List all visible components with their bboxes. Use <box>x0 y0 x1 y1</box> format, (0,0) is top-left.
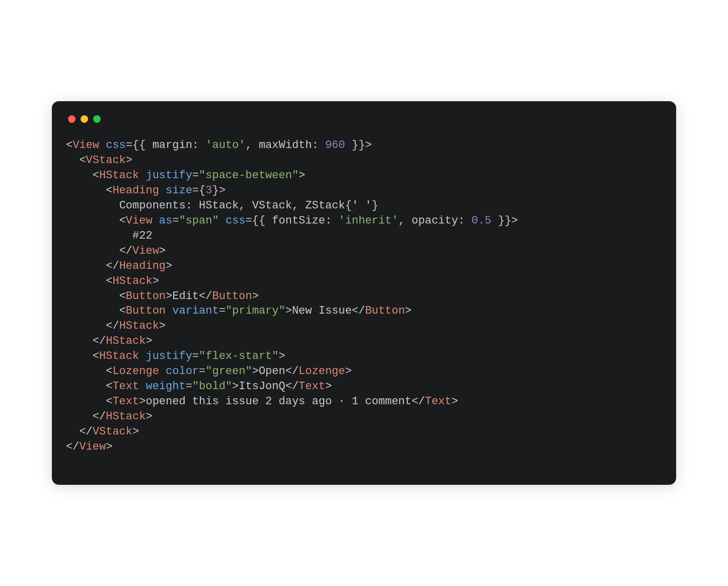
val-size: 3 <box>205 184 212 197</box>
close-text-bold: Text <box>299 380 325 393</box>
val-variant: "primary" <box>226 305 285 317</box>
attr-as: as <box>159 214 172 227</box>
tag-vstack: VStack <box>86 154 126 167</box>
close-lozenge: Lozenge <box>299 365 345 378</box>
close-heading: Heading <box>119 260 166 272</box>
val-color: "green" <box>205 365 252 378</box>
expr-open: { <box>199 184 205 197</box>
button-edit-text: Edit <box>172 290 199 303</box>
tag-hstack-2: HStack <box>112 275 152 287</box>
lozenge-text: Open <box>259 365 285 378</box>
issue-number: #22 <box>132 230 153 242</box>
close-vstack: VStack <box>93 425 132 438</box>
attr-color: color <box>166 365 199 378</box>
close-hstack-1: HStack <box>106 335 145 347</box>
button-new-text: New Issue <box>292 305 352 317</box>
prop-maxwidth: maxWidth: <box>259 139 325 152</box>
tag-button-edit: Button <box>126 290 166 303</box>
attr-css: css <box>106 139 126 152</box>
window-controls <box>66 113 662 138</box>
prop-fontsize: fontSize: <box>272 214 338 227</box>
tag-heading: Heading <box>112 184 159 197</box>
maximize-icon[interactable] <box>93 115 101 123</box>
attr-weight: weight <box>145 380 185 393</box>
val-maxwidth: 960 <box>325 139 345 152</box>
brace-close-2: }} <box>491 214 512 227</box>
brace-close: }} <box>345 139 366 152</box>
attr-justify: justify <box>145 169 192 182</box>
tag-hstack-3: HStack <box>99 350 139 362</box>
attr-css-2: css <box>226 214 246 227</box>
tag-view-span: View <box>126 214 153 227</box>
brace-open-2: ={{ <box>245 214 272 227</box>
sep-2: , <box>398 214 411 227</box>
val-margin: 'auto' <box>205 139 245 152</box>
prop-opacity: opacity: <box>412 214 472 227</box>
attr-variant: variant <box>172 305 219 317</box>
tag-text-meta: Text <box>112 395 139 408</box>
meta-text: opened this issue 2 days ago · 1 comment <box>145 395 411 408</box>
close-icon[interactable] <box>68 115 76 123</box>
tag-view: View <box>72 139 99 152</box>
val-justify: "space-between" <box>199 169 299 182</box>
close-button-edit: Button <box>212 290 252 303</box>
tag-text-bold: Text <box>112 380 139 393</box>
val-weight: "bold" <box>192 380 232 393</box>
close-button-new: Button <box>365 305 405 317</box>
code-block: <View css={{ margin: 'auto', maxWidth: 9… <box>66 138 662 454</box>
brace-open: ={{ <box>126 139 153 152</box>
code-window: <View css={{ margin: 'auto', maxWidth: 9… <box>52 101 676 484</box>
tag-hstack: HStack <box>99 169 139 182</box>
close-text-meta: Text <box>425 395 452 408</box>
attr-size: size <box>166 184 192 197</box>
attr-justify-2: justify <box>145 350 192 362</box>
minimize-icon[interactable] <box>81 115 88 123</box>
close-hstack-2: HStack <box>119 320 159 332</box>
prop-margin: margin: <box>153 139 206 152</box>
val-fontsize: 'inherit' <box>338 214 398 227</box>
expr-close: } <box>212 184 219 197</box>
close-view-span: View <box>132 245 159 257</box>
val-justify-2: "flex-start" <box>199 350 278 362</box>
val-as: "span" <box>179 214 219 227</box>
tag-button-new: Button <box>126 305 166 317</box>
author-text: ItsJonQ <box>239 380 285 393</box>
tag-lozenge: Lozenge <box>112 365 159 378</box>
close-view: View <box>79 441 106 453</box>
val-opacity: 0.5 <box>471 214 491 227</box>
close-hstack-3: HStack <box>106 410 145 423</box>
eq: = <box>192 184 199 197</box>
heading-text: Components: HStack, VStack, ZStack{' '} <box>119 199 379 212</box>
sep: , <box>245 139 258 152</box>
